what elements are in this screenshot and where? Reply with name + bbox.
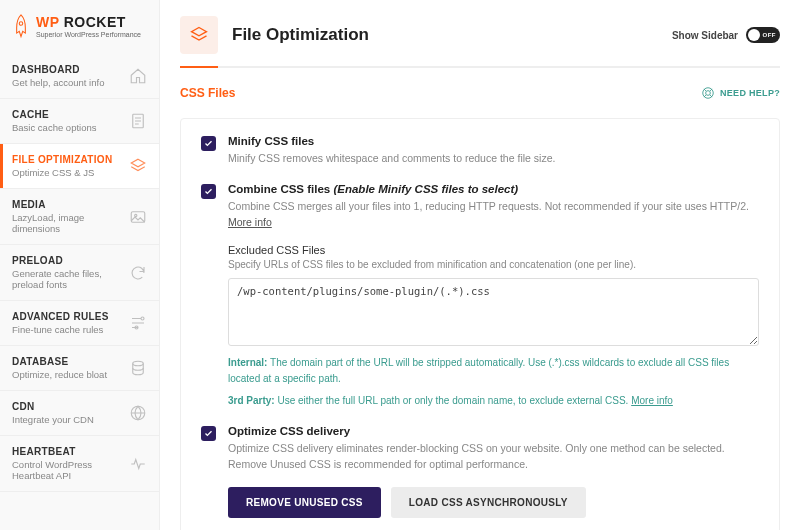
logo-tagline: Superior WordPress Performance (36, 31, 141, 38)
layers-icon (129, 157, 147, 175)
sidebar-item-heartbeat[interactable]: HEARTBEATControl WordPress Heartbeat API (0, 436, 159, 492)
globe-icon (129, 404, 147, 422)
toggle-off[interactable]: OFF (746, 27, 780, 43)
minify-css-checkbox[interactable] (201, 136, 216, 151)
combine-css-title: Combine CSS files (Enable Minify CSS fil… (228, 183, 759, 195)
refresh-icon (129, 264, 147, 282)
page-header: File Optimization Show Sidebar OFF (160, 0, 800, 54)
sidebar-item-cdn[interactable]: CDNIntegrate your CDN (0, 391, 159, 436)
minify-css-desc: Minify CSS removes whitespace and commen… (228, 151, 759, 167)
svg-point-9 (706, 91, 711, 96)
show-sidebar-toggle[interactable]: Show Sidebar OFF (672, 27, 780, 43)
excluded-css-textarea[interactable] (228, 278, 759, 346)
sidebar-item-cache[interactable]: CACHEBasic cache options (0, 99, 159, 144)
main-panel: File Optimization Show Sidebar OFF CSS F… (160, 0, 800, 530)
excluded-note-3rdparty: 3rd Party: Use either the full URL path … (228, 393, 759, 409)
section-title: CSS Files (180, 86, 235, 100)
tab-indicator (180, 66, 780, 68)
svg-point-6 (133, 361, 144, 366)
sidebar-item-preload[interactable]: PRELOADGenerate cache files, preload fon… (0, 245, 159, 301)
page-title: File Optimization (232, 25, 658, 45)
svg-point-0 (19, 22, 22, 25)
remove-unused-css-button[interactable]: REMOVE UNUSED CSS (228, 487, 381, 518)
combine-more-info-link[interactable]: More info (228, 216, 272, 228)
sidebar-item-dashboard[interactable]: DASHBOARDGet help, account info (0, 54, 159, 99)
svg-point-4 (141, 317, 144, 320)
sidebar-item-file-optimization[interactable]: FILE OPTIMIZATIONOptimize CSS & JS (0, 144, 159, 189)
rocket-icon (12, 14, 30, 40)
sidebar-item-advanced-rules[interactable]: ADVANCED RULESFine-tune cache rules (0, 301, 159, 346)
excluded-css-desc: Specify URLs of CSS files to be excluded… (228, 259, 759, 270)
page-icon (129, 112, 147, 130)
excluded-note-internal: Internal: The domain part of the URL wil… (228, 355, 759, 387)
home-icon (129, 67, 147, 85)
optimize-css-title: Optimize CSS delivery (228, 425, 759, 437)
database-icon (129, 359, 147, 377)
sidebar-item-media[interactable]: MEDIALazyLoad, image dimensions (0, 189, 159, 245)
header-layers-icon (180, 16, 218, 54)
load-css-async-button[interactable]: LOAD CSS ASYNCHRONOUSLY (391, 487, 586, 518)
logo: WP ROCKET Superior WordPress Performance (0, 0, 159, 54)
sidebar: WP ROCKET Superior WordPress Performance… (0, 0, 160, 530)
optimize-css-desc: Optimize CSS delivery eliminates render-… (228, 441, 759, 473)
sliders-icon (129, 314, 147, 332)
combine-css-desc: Combine CSS merges all your files into 1… (228, 199, 759, 231)
sidebar-item-database[interactable]: DATABASEOptimize, reduce bloat (0, 346, 159, 391)
combine-css-checkbox[interactable] (201, 184, 216, 199)
lifebuoy-icon (701, 86, 715, 100)
logo-text: WP ROCKET (36, 14, 141, 30)
excluded-css-title: Excluded CSS Files (228, 244, 759, 256)
heartbeat-icon (129, 455, 147, 473)
optimize-css-checkbox[interactable] (201, 426, 216, 441)
thirdparty-more-info-link[interactable]: More info (631, 395, 673, 406)
minify-css-title: Minify CSS files (228, 135, 759, 147)
image-icon (129, 208, 147, 226)
css-files-panel: Minify CSS files Minify CSS removes whit… (180, 118, 780, 530)
need-help-link[interactable]: NEED HELP? (701, 86, 780, 100)
